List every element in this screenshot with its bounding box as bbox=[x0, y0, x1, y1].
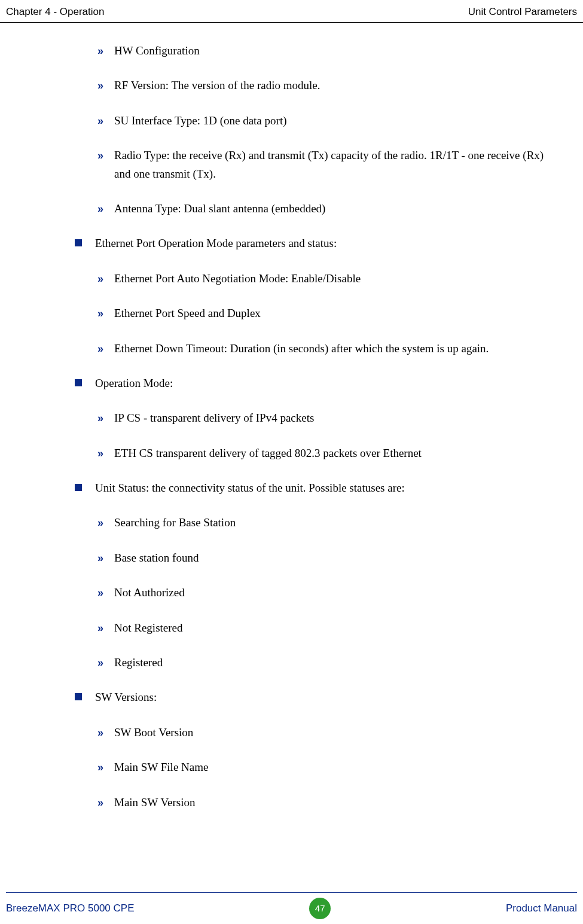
list-item: » HW Configuration bbox=[97, 42, 553, 60]
item-text: RF Version: The version of the radio mod… bbox=[114, 77, 553, 94]
section-title: SW Versions: bbox=[95, 688, 553, 706]
page-header: Chapter 4 - Operation Unit Control Param… bbox=[0, 4, 583, 23]
header-section: Unit Control Parameters bbox=[468, 4, 577, 20]
square-bullet-icon bbox=[75, 693, 82, 700]
section-heading: Unit Status: the connectivity status of … bbox=[75, 479, 553, 497]
list-item: » Ethernet Port Speed and Duplex bbox=[97, 304, 553, 322]
chevron-icon: » bbox=[97, 654, 114, 672]
item-text: IP CS - transparent delivery of IPv4 pac… bbox=[114, 409, 553, 427]
item-text: Not Registered bbox=[114, 619, 553, 637]
section-heading: Operation Mode: bbox=[75, 374, 553, 392]
list-item: » SU Interface Type: 1D (one data port) bbox=[97, 112, 553, 130]
chevron-icon: » bbox=[97, 340, 114, 358]
page-footer: BreezeMAX PRO 5000 CPE 47 Product Manual bbox=[0, 898, 583, 919]
square-bullet-icon bbox=[75, 484, 82, 491]
chevron-icon: » bbox=[97, 147, 114, 164]
section-sw-versions: SW Versions: » SW Boot Version » Main SW… bbox=[75, 688, 553, 812]
list-item: » Searching for Base Station bbox=[97, 514, 553, 532]
item-text: HW Configuration bbox=[114, 42, 553, 60]
list-item: » Registered bbox=[97, 654, 553, 672]
item-text: Base station found bbox=[114, 549, 553, 567]
item-text: Registered bbox=[114, 654, 553, 672]
section-operation-mode: Operation Mode: » IP CS - transparent de… bbox=[75, 374, 553, 462]
item-text: Ethernet Port Auto Negotiation Mode: Ena… bbox=[114, 270, 553, 288]
list-item: » Ethernet Down Timeout: Duration (in se… bbox=[97, 340, 553, 358]
list-item: » Main SW File Name bbox=[97, 758, 553, 776]
section-unit-status: Unit Status: the connectivity status of … bbox=[75, 479, 553, 672]
chevron-icon: » bbox=[97, 304, 114, 322]
page-number-badge: 47 bbox=[309, 898, 331, 919]
chevron-icon: » bbox=[97, 584, 114, 602]
list-item: » RF Version: The version of the radio m… bbox=[97, 77, 553, 94]
chevron-icon: » bbox=[97, 112, 114, 130]
list-item: » IP CS - transparent delivery of IPv4 p… bbox=[97, 409, 553, 427]
chevron-icon: » bbox=[97, 619, 114, 637]
chevron-icon: » bbox=[97, 758, 114, 776]
item-text: SW Boot Version bbox=[114, 724, 553, 742]
footer-product: BreezeMAX PRO 5000 CPE bbox=[6, 900, 134, 916]
section-title: Ethernet Port Operation Mode parameters … bbox=[95, 234, 553, 252]
item-text: Antenna Type: Dual slant antenna (embedd… bbox=[114, 200, 553, 218]
item-text: Ethernet Down Timeout: Duration (in seco… bbox=[114, 340, 553, 358]
item-text: Not Authorized bbox=[114, 584, 553, 602]
list-item: » Radio Type: the receive (Rx) and trans… bbox=[97, 147, 553, 183]
item-text: Searching for Base Station bbox=[114, 514, 553, 532]
square-bullet-icon bbox=[75, 379, 82, 386]
list-item: » Not Authorized bbox=[97, 584, 553, 602]
item-text: ETH CS transparent delivery of tagged 80… bbox=[114, 444, 553, 462]
footer-manual: Product Manual bbox=[506, 900, 577, 916]
chevron-icon: » bbox=[97, 794, 114, 812]
chevron-icon: » bbox=[97, 77, 114, 94]
list-item: » ETH CS transparent delivery of tagged … bbox=[97, 444, 553, 462]
square-bullet-icon bbox=[75, 239, 82, 246]
item-text: Ethernet Port Speed and Duplex bbox=[114, 304, 553, 322]
list-item: » Not Registered bbox=[97, 619, 553, 637]
section-title: Unit Status: the connectivity status of … bbox=[95, 479, 553, 497]
list-item: » Main SW Version bbox=[97, 794, 553, 812]
intro-subitems: » HW Configuration » RF Version: The ver… bbox=[97, 42, 553, 218]
chevron-icon: » bbox=[97, 724, 114, 742]
chevron-icon: » bbox=[97, 42, 114, 60]
chevron-icon: » bbox=[97, 270, 114, 288]
list-item: » SW Boot Version bbox=[97, 724, 553, 742]
section-ethernet: Ethernet Port Operation Mode parameters … bbox=[75, 234, 553, 358]
section-title: Operation Mode: bbox=[95, 374, 553, 392]
item-text: Radio Type: the receive (Rx) and transmi… bbox=[114, 147, 553, 183]
chevron-icon: » bbox=[97, 514, 114, 532]
item-text: SU Interface Type: 1D (one data port) bbox=[114, 112, 553, 130]
list-item: » Antenna Type: Dual slant antenna (embe… bbox=[97, 200, 553, 218]
item-text: Main SW File Name bbox=[114, 758, 553, 776]
chevron-icon: » bbox=[97, 409, 114, 427]
page-content: » HW Configuration » RF Version: The ver… bbox=[75, 42, 553, 828]
section-heading: SW Versions: bbox=[75, 688, 553, 706]
chevron-icon: » bbox=[97, 549, 114, 567]
chevron-icon: » bbox=[97, 200, 114, 218]
list-item: » Base station found bbox=[97, 549, 553, 567]
footer-divider bbox=[6, 892, 577, 893]
item-text: Main SW Version bbox=[114, 794, 553, 812]
section-heading: Ethernet Port Operation Mode parameters … bbox=[75, 234, 553, 252]
list-item: » Ethernet Port Auto Negotiation Mode: E… bbox=[97, 270, 553, 288]
chevron-icon: » bbox=[97, 444, 114, 462]
header-chapter: Chapter 4 - Operation bbox=[6, 4, 104, 20]
